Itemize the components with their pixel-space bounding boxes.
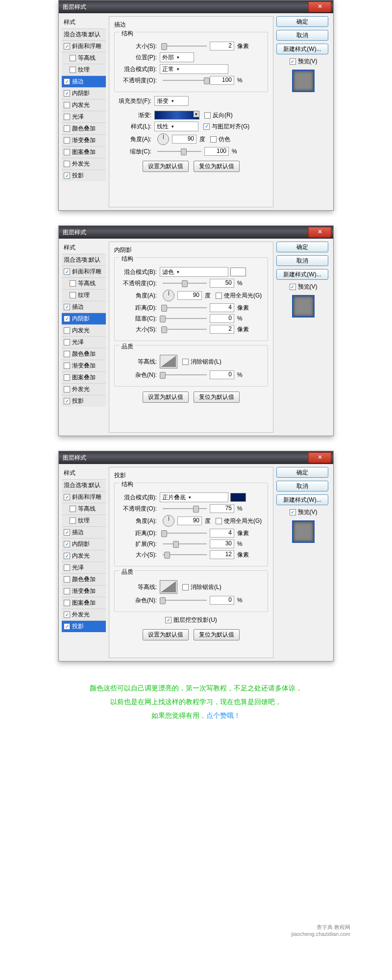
sidebar-item-satin[interactable]: 光泽 [62, 111, 106, 122]
make-default-button[interactable]: 设置为默认值 [143, 161, 189, 172]
reset-default-button[interactable]: 复位为默认值 [194, 161, 240, 172]
gradient-swatch[interactable] [154, 111, 199, 120]
sidebar-item-inner-shadow[interactable]: 内阴影 [62, 313, 106, 324]
knockout-checkbox[interactable] [165, 617, 172, 623]
size-input[interactable]: 2 [210, 42, 234, 50]
angle-dial[interactable] [163, 290, 174, 301]
scale-input[interactable]: 100 [204, 147, 229, 156]
sidebar-item-color-overlay[interactable]: 颜色叠加 [62, 348, 106, 360]
fill-type-dropdown[interactable]: 渐变 [154, 96, 189, 106]
ok-button[interactable]: 确定 [276, 242, 328, 252]
contour-picker[interactable] [160, 580, 177, 594]
checkbox-icon[interactable] [64, 588, 70, 594]
preview-checkbox[interactable] [290, 509, 296, 515]
checkbox-icon[interactable] [70, 517, 76, 524]
distance-slider[interactable] [163, 305, 207, 311]
sidebar-item-pat-overlay[interactable]: 图案叠加 [62, 371, 106, 383]
cancel-button[interactable]: 取消 [276, 30, 328, 41]
reverse-checkbox[interactable] [204, 112, 211, 119]
checkbox-icon[interactable] [64, 304, 70, 310]
sidebar-item-drop-shadow[interactable]: 投影 [62, 620, 106, 632]
size-slider[interactable] [163, 326, 207, 332]
blend-default[interactable]: 混合选项:默认 [62, 254, 106, 266]
scale-slider[interactable] [157, 148, 201, 154]
opacity-slider[interactable] [163, 506, 207, 512]
checkbox-icon[interactable] [64, 564, 70, 571]
checkbox-icon[interactable] [64, 114, 70, 120]
sidebar-item-inner-shadow[interactable]: 内阴影 [62, 538, 106, 550]
preview-checkbox[interactable] [290, 284, 296, 290]
sidebar-item-pat-overlay[interactable]: 图案叠加 [62, 146, 106, 158]
sidebar-item-inner-glow[interactable]: 内发光 [62, 324, 106, 336]
size-input[interactable]: 2 [210, 325, 234, 334]
align-checkbox[interactable] [203, 123, 210, 130]
checkbox-icon[interactable] [64, 494, 70, 500]
noise-slider[interactable] [163, 597, 207, 603]
checkbox-icon[interactable] [64, 90, 70, 97]
sidebar-item-outer-glow[interactable]: 外发光 [62, 383, 106, 395]
size-input[interactable]: 12 [210, 550, 234, 559]
contour-picker[interactable] [160, 355, 177, 368]
blend-dropdown[interactable]: 正片叠底 [160, 492, 228, 502]
sidebar-item-pat-overlay[interactable]: 图案叠加 [62, 597, 106, 609]
sidebar-item-stroke[interactable]: 描边 [62, 75, 106, 87]
sidebar-item-color-overlay[interactable]: 颜色叠加 [62, 573, 106, 585]
sidebar-item-texture[interactable]: 纹理 [62, 289, 106, 301]
sidebar-item-texture[interactable]: 纹理 [62, 514, 106, 526]
checkbox-icon[interactable] [64, 623, 70, 630]
spread-slider[interactable] [163, 541, 207, 547]
size-slider[interactable] [163, 552, 207, 558]
distance-slider[interactable] [163, 530, 207, 536]
sidebar-item-bevel[interactable]: 斜面和浮雕 [62, 491, 106, 503]
checkbox-icon[interactable] [64, 43, 70, 49]
opacity-input[interactable]: 75 [210, 504, 234, 513]
antialias-checkbox[interactable] [182, 584, 189, 590]
sidebar-item-bevel[interactable]: 斜面和浮雕 [62, 266, 106, 277]
opacity-input[interactable]: 50 [210, 279, 234, 288]
close-button[interactable]: ✕ [308, 452, 331, 463]
sidebar-item-inner-shadow[interactable]: 内阴影 [62, 87, 106, 99]
sidebar-item-texture[interactable]: 纹理 [62, 64, 106, 75]
checkbox-icon[interactable] [70, 292, 76, 298]
position-dropdown[interactable]: 外部 [160, 52, 194, 62]
titlebar[interactable]: 图层样式 ✕ [59, 0, 333, 13]
make-default-button[interactable]: 设置为默认值 [143, 392, 189, 403]
angle-dial[interactable] [163, 515, 174, 527]
checkbox-icon[interactable] [64, 600, 70, 606]
global-light-checkbox[interactable] [216, 293, 222, 299]
checkbox-icon[interactable] [64, 529, 70, 536]
checkbox-icon[interactable] [64, 398, 70, 404]
color-swatch[interactable] [230, 268, 246, 276]
blend-default[interactable]: 混合选项:默认 [62, 479, 106, 491]
sidebar-item-bevel[interactable]: 斜面和浮雕 [62, 40, 106, 52]
sidebar-item-grad-overlay[interactable]: 渐变叠加 [62, 585, 106, 597]
titlebar[interactable]: 图层样式 ✕ [59, 451, 333, 464]
angle-input[interactable]: 90 [177, 516, 202, 525]
close-button[interactable]: ✕ [308, 1, 331, 12]
sidebar-item-contour[interactable]: 等高线 [62, 52, 106, 64]
opacity-input[interactable]: 100 [210, 76, 234, 85]
checkbox-icon[interactable] [64, 102, 70, 108]
checkbox-icon[interactable] [70, 67, 76, 73]
sidebar-item-grad-overlay[interactable]: 渐变叠加 [62, 360, 106, 371]
checkbox-icon[interactable] [64, 374, 70, 381]
dither-checkbox[interactable] [210, 136, 217, 143]
make-default-button[interactable]: 设置为默认值 [143, 629, 189, 640]
noise-input[interactable]: 0 [210, 596, 234, 605]
style-dropdown[interactable]: 线性 [154, 122, 198, 131]
new-style-button[interactable]: 新建样式(W)... [276, 494, 328, 505]
angle-input[interactable]: 90 [172, 135, 196, 144]
ok-button[interactable]: 确定 [276, 467, 328, 478]
checkbox-icon[interactable] [70, 55, 76, 61]
sidebar-item-satin[interactable]: 光泽 [62, 562, 106, 573]
ok-button[interactable]: 确定 [276, 16, 328, 27]
checkbox-icon[interactable] [64, 316, 70, 322]
spread-input[interactable]: 30 [210, 539, 234, 548]
angle-input[interactable]: 90 [177, 291, 202, 300]
global-light-checkbox[interactable] [216, 518, 222, 524]
sidebar-item-drop-shadow[interactable]: 投影 [62, 170, 106, 181]
checkbox-icon[interactable] [64, 339, 70, 345]
checkbox-icon[interactable] [64, 351, 70, 357]
angle-dial[interactable] [157, 133, 169, 145]
checkbox-icon[interactable] [64, 78, 70, 85]
